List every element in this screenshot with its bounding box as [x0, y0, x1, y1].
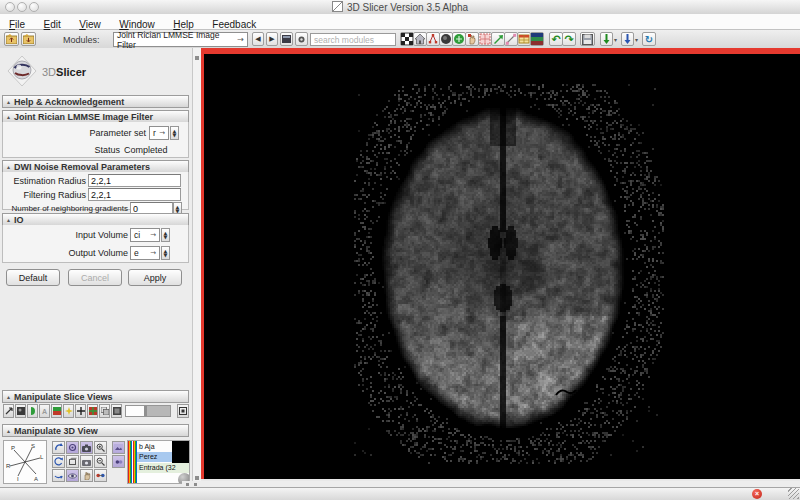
preview-list-item-selected[interactable]: Perez [137, 452, 172, 462]
slice-crosshair-icon[interactable] [75, 404, 86, 418]
combo-truncation-arrow-icon: → [237, 35, 244, 44]
menu-window[interactable]: Window [112, 17, 162, 30]
tilt-view-icon[interactable] [52, 469, 65, 482]
slicer-logo [6, 55, 38, 87]
spin-view-icon[interactable] [66, 441, 79, 454]
pitch-up-icon[interactable] [52, 441, 65, 454]
output-volume-selector[interactable]: e → [130, 246, 160, 260]
svg-text:I: I [17, 476, 19, 482]
orientation-axes-widget[interactable]: P S L R I A [3, 440, 47, 484]
load-scene-icon[interactable] [4, 32, 19, 46]
slice-image-icon[interactable] [111, 404, 122, 418]
rotate-view-icon[interactable] [52, 455, 65, 468]
input-volume-selector[interactable]: ci → [130, 228, 160, 242]
menu-view[interactable]: View [72, 17, 108, 30]
tractography-icon[interactable] [426, 32, 440, 46]
parameter-set-spinner[interactable]: ▲▼ [170, 126, 179, 140]
zoom-out-icon[interactable] [94, 455, 107, 468]
camera-reset-icon[interactable] [80, 455, 93, 468]
redo-icon[interactable]: ↷ [562, 32, 576, 46]
panel-vertical-scrollbar[interactable] [192, 48, 201, 487]
models-icon[interactable] [452, 32, 466, 46]
layout-icon[interactable] [280, 32, 293, 46]
module-selector[interactable]: Joint Rician LMMSE Image Filter → [113, 32, 248, 47]
screenshot-icon[interactable] [580, 32, 595, 46]
collapse-arrow-icon: ▴ [7, 99, 10, 105]
parameter-set-selector[interactable]: r → [149, 126, 169, 140]
slice-star-icon[interactable] [63, 404, 74, 418]
slice-annotation-icon[interactable] [3, 404, 14, 418]
pan-hand-icon[interactable] [80, 469, 93, 482]
module-back-icon[interactable]: ◀ [252, 32, 264, 46]
interaction-icon[interactable] [465, 32, 479, 46]
modules-icon[interactable] [400, 32, 414, 46]
slice-viewport[interactable] [201, 54, 800, 479]
slice-background-icon[interactable] [15, 404, 26, 418]
cancel-button[interactable]: Cancel [68, 269, 122, 286]
slice-compositing-icon[interactable] [51, 404, 62, 418]
slice-fit-window-icon[interactable] [177, 404, 189, 418]
filtering-radius-input[interactable] [88, 188, 181, 201]
input-volume-spinner[interactable]: ▲▼ [161, 228, 170, 242]
crosshair-select-icon[interactable] [600, 32, 613, 46]
combo-truncation-arrow-icon: → [159, 129, 165, 137]
home-icon[interactable] [413, 32, 427, 46]
look-from-icon[interactable] [66, 455, 79, 468]
svg-text:A: A [34, 476, 38, 482]
search-modules-input[interactable] [310, 33, 396, 46]
module-config-icon[interactable] [295, 32, 308, 46]
preview-list-item[interactable]: b Aja [137, 442, 172, 452]
colors-icon[interactable] [530, 32, 544, 46]
title-bar: 3D Slicer Version 3.5 Alpha [0, 0, 800, 15]
slice-views-section-header[interactable]: ▴ Manipulate Slice Views [2, 390, 189, 403]
fiducials-icon[interactable] [491, 32, 505, 46]
scrollbar-bottom-notch [195, 476, 199, 480]
export-scene-icon[interactable] [112, 441, 125, 454]
output-volume-label: Output Volume [40, 248, 128, 258]
module-forward-icon[interactable]: ▶ [266, 32, 278, 46]
undo-icon[interactable]: ↶ [549, 32, 563, 46]
slider-handle[interactable] [144, 406, 147, 416]
help-section-header[interactable]: ▴ Help & Acknowledgement [2, 95, 189, 108]
resize-grip[interactable] [788, 488, 799, 499]
axes-toggle-icon[interactable] [94, 469, 107, 482]
visibility-icon[interactable] [66, 469, 79, 482]
refresh-icon[interactable]: ↻ [642, 32, 656, 46]
output-volume-spinner[interactable]: ▲▼ [161, 246, 170, 260]
navigation-select-icon[interactable] [621, 32, 634, 46]
navigation-menu-arrow-icon[interactable]: ▾ [635, 36, 638, 43]
svg-text:R: R [6, 463, 11, 469]
default-button[interactable]: Default [6, 269, 60, 286]
ruler-icon[interactable] [504, 32, 518, 46]
menu-edit[interactable]: Edit [37, 17, 68, 30]
slice-label-opacity-icon[interactable] [27, 404, 38, 418]
menu-file[interactable]: File [2, 17, 32, 30]
menu-feedback[interactable]: Feedback [205, 17, 263, 30]
transforms-icon[interactable] [478, 32, 492, 46]
view3d-section-header[interactable]: ▴ Manipulate 3D View [2, 424, 189, 437]
app-window-icon [332, 1, 343, 12]
volumes-icon[interactable] [439, 32, 453, 46]
camera-icon[interactable] [80, 441, 93, 454]
measurements-icon[interactable] [517, 32, 531, 46]
error-icon[interactable]: × [752, 489, 762, 499]
slice-layers-icon[interactable] [99, 404, 110, 418]
preview-list-item[interactable]: Entrada (32 [137, 463, 190, 473]
svg-text:P: P [11, 445, 15, 451]
zoom-in-icon[interactable] [94, 441, 107, 454]
estimation-radius-input[interactable] [88, 174, 181, 187]
save-scene-icon[interactable] [21, 32, 36, 46]
crosshair-menu-arrow-icon[interactable]: ▾ [614, 36, 617, 43]
svg-text:S: S [31, 443, 35, 449]
slice-grid-icon[interactable] [87, 404, 98, 418]
brain-mri-slice[interactable] [204, 54, 800, 479]
collapse-arrow-icon: ▴ [7, 164, 10, 170]
slice-opacity-slider[interactable] [125, 405, 171, 417]
stereo-view-icon[interactable] [112, 455, 125, 468]
apply-button[interactable]: Apply [128, 269, 182, 286]
menu-help[interactable]: Help [166, 17, 201, 30]
slice-annotations-toggle-icon[interactable]: A [39, 404, 50, 418]
status-bar [0, 487, 800, 500]
view3d-navigation-preview[interactable]: b Aja Perez Entrada (32 [127, 440, 190, 484]
input-volume-label: Input Volume [40, 230, 128, 240]
